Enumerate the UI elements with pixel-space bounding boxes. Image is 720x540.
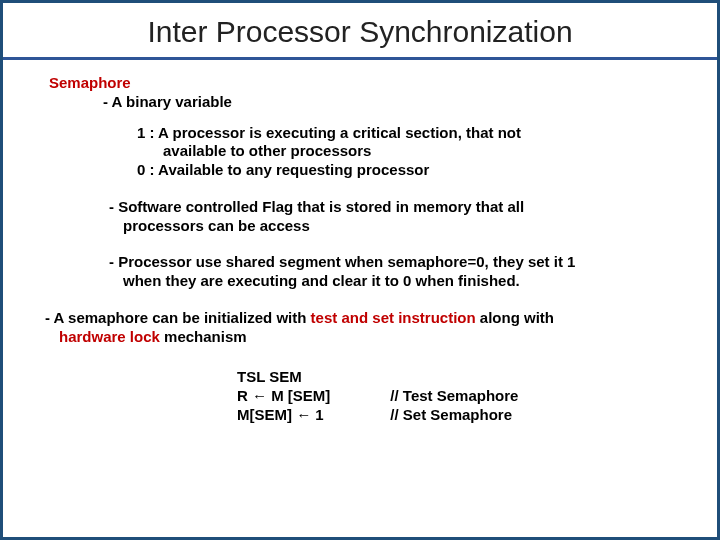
test-and-set-text: test and set instruction <box>311 309 476 326</box>
left-arrow-icon: ← <box>252 387 267 404</box>
binary-variable-line: - A binary variable <box>103 93 693 112</box>
value-1-line-b: available to other processors <box>163 142 693 161</box>
comment-test: // Test Semaphore <box>390 387 518 406</box>
tsl-comments: // Test Semaphore // Set Semaphore <box>390 368 518 424</box>
tsl-line-3: M[SEM] ← 1 <box>237 406 330 425</box>
tsl-line-2: R ← M [SEM] <box>237 387 330 406</box>
slide-content: Semaphore - A binary variable 1 : A proc… <box>3 60 717 425</box>
value-0-line: 0 : Available to any requesting processo… <box>137 161 693 180</box>
init-b-post: mechanism <box>160 328 247 345</box>
init-post: along with <box>476 309 554 326</box>
hardware-lock-text: hardware lock <box>59 328 160 345</box>
para-init-b: hardware lock mechanism <box>59 328 693 347</box>
tsl-code: TSL SEM R ← M [SEM] M[SEM] ← 1 <box>237 368 330 424</box>
para-flag-a: - Software controlled Flag that is store… <box>109 198 693 217</box>
para-shared-a: - Processor use shared segment when sema… <box>109 253 693 272</box>
semaphore-heading: Semaphore <box>49 74 693 93</box>
value-1-line-a: 1 : A processor is executing a critical … <box>137 124 693 143</box>
tsl-line-1: TSL SEM <box>237 368 330 387</box>
slide-title: Inter Processor Synchronization <box>3 15 717 49</box>
init-pre: - A semaphore can be initialized with <box>45 309 311 326</box>
left-arrow-icon: ← <box>296 406 311 423</box>
slide: Inter Processor Synchronization Semaphor… <box>0 0 720 540</box>
comment-set: // Set Semaphore <box>390 406 518 425</box>
para-init-a: - A semaphore can be initialized with te… <box>45 309 693 328</box>
tsl-block: TSL SEM R ← M [SEM] M[SEM] ← 1 // Test S… <box>237 368 693 424</box>
para-shared-b: when they are executing and clear it to … <box>123 272 693 291</box>
para-flag-b: processors can be access <box>123 217 693 236</box>
